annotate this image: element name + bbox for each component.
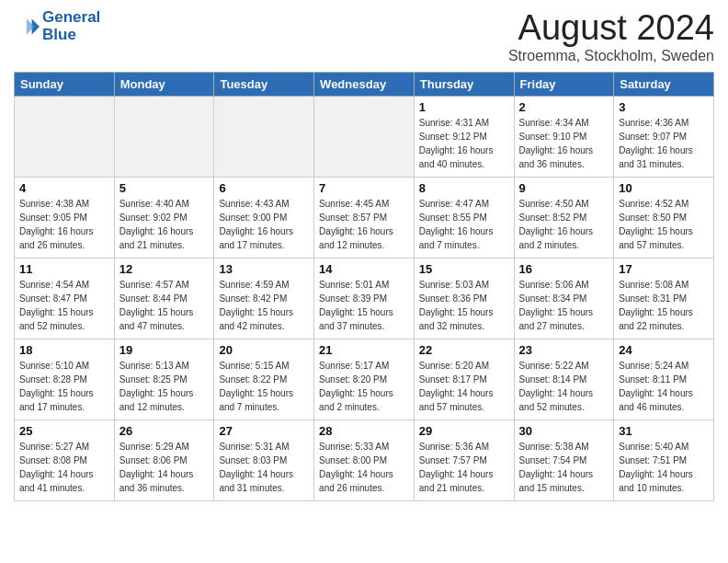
- day-number: 14: [319, 262, 409, 276]
- calendar-day-cell: 11Sunrise: 4:54 AMSunset: 8:47 PMDayligh…: [15, 258, 115, 339]
- day-info: Sunrise: 4:52 AMSunset: 8:50 PMDaylight:…: [619, 197, 709, 252]
- calendar-week-row: 18Sunrise: 5:10 AMSunset: 8:28 PMDayligh…: [15, 339, 714, 419]
- calendar-week-row: 1Sunrise: 4:31 AMSunset: 9:12 PMDaylight…: [15, 96, 714, 177]
- calendar-day-cell: 19Sunrise: 5:13 AMSunset: 8:25 PMDayligh…: [114, 339, 214, 419]
- calendar-day-cell: 2Sunrise: 4:34 AMSunset: 9:10 PMDaylight…: [514, 96, 614, 177]
- subtitle: Stroemma, Stockholm, Sweden: [508, 48, 714, 64]
- day-header-tuesday: Tuesday: [214, 72, 314, 96]
- calendar-day-cell: [314, 96, 415, 177]
- day-info: Sunrise: 4:36 AMSunset: 9:07 PMDaylight:…: [619, 116, 709, 171]
- calendar-day-cell: 12Sunrise: 4:57 AMSunset: 8:44 PMDayligh…: [114, 258, 214, 339]
- day-number: 21: [319, 343, 409, 357]
- day-info: Sunrise: 5:10 AMSunset: 8:28 PMDaylight:…: [19, 359, 109, 414]
- calendar-day-cell: 16Sunrise: 5:06 AMSunset: 8:34 PMDayligh…: [514, 258, 614, 339]
- calendar-day-cell: 4Sunrise: 4:38 AMSunset: 9:05 PMDaylight…: [15, 177, 115, 258]
- calendar-day-cell: 8Sunrise: 4:47 AMSunset: 8:55 PMDaylight…: [414, 177, 514, 258]
- calendar-day-cell: 3Sunrise: 4:36 AMSunset: 9:07 PMDaylight…: [614, 96, 714, 177]
- day-info: Sunrise: 5:08 AMSunset: 8:31 PMDaylight:…: [619, 278, 709, 333]
- calendar-week-row: 11Sunrise: 4:54 AMSunset: 8:47 PMDayligh…: [15, 258, 714, 339]
- logo-text: General Blue: [42, 9, 100, 43]
- day-number: 15: [419, 262, 509, 276]
- day-number: 12: [119, 262, 210, 276]
- calendar-day-cell: 26Sunrise: 5:29 AMSunset: 8:06 PMDayligh…: [114, 419, 214, 500]
- day-info: Sunrise: 5:01 AMSunset: 8:39 PMDaylight:…: [319, 278, 409, 333]
- main-title: August 2024: [508, 9, 714, 48]
- day-info: Sunrise: 5:06 AMSunset: 8:34 PMDaylight:…: [519, 278, 609, 333]
- logo-line2: Blue: [42, 27, 100, 44]
- calendar-day-cell: 22Sunrise: 5:20 AMSunset: 8:17 PMDayligh…: [414, 339, 514, 419]
- day-header-thursday: Thursday: [414, 72, 514, 96]
- day-info: Sunrise: 4:50 AMSunset: 8:52 PMDaylight:…: [519, 197, 609, 252]
- calendar-day-cell: 10Sunrise: 4:52 AMSunset: 8:50 PMDayligh…: [614, 177, 714, 258]
- day-info: Sunrise: 5:24 AMSunset: 8:11 PMDaylight:…: [619, 359, 709, 414]
- day-number: 18: [19, 343, 109, 357]
- day-info: Sunrise: 4:59 AMSunset: 8:42 PMDaylight:…: [219, 278, 309, 333]
- calendar-day-cell: 29Sunrise: 5:36 AMSunset: 7:57 PMDayligh…: [414, 419, 514, 500]
- calendar-day-cell: 17Sunrise: 5:08 AMSunset: 8:31 PMDayligh…: [614, 258, 714, 339]
- day-number: 19: [119, 343, 210, 357]
- calendar-day-cell: 21Sunrise: 5:17 AMSunset: 8:20 PMDayligh…: [314, 339, 415, 419]
- calendar-week-row: 4Sunrise: 4:38 AMSunset: 9:05 PMDaylight…: [15, 177, 714, 258]
- day-info: Sunrise: 4:43 AMSunset: 9:00 PMDaylight:…: [219, 197, 309, 252]
- calendar-day-cell: 7Sunrise: 4:45 AMSunset: 8:57 PMDaylight…: [314, 177, 415, 258]
- day-number: 4: [19, 181, 109, 195]
- day-number: 31: [619, 424, 709, 438]
- calendar-day-cell: 30Sunrise: 5:38 AMSunset: 7:54 PMDayligh…: [514, 419, 614, 500]
- day-info: Sunrise: 4:31 AMSunset: 9:12 PMDaylight:…: [419, 116, 509, 171]
- day-info: Sunrise: 4:54 AMSunset: 8:47 PMDaylight:…: [19, 278, 109, 333]
- day-number: 24: [619, 343, 709, 357]
- calendar-day-cell: 9Sunrise: 4:50 AMSunset: 8:52 PMDaylight…: [514, 177, 614, 258]
- day-info: Sunrise: 4:45 AMSunset: 8:57 PMDaylight:…: [319, 197, 409, 252]
- day-info: Sunrise: 5:36 AMSunset: 7:57 PMDaylight:…: [419, 440, 509, 495]
- day-number: 3: [619, 100, 709, 114]
- calendar-week-row: 25Sunrise: 5:27 AMSunset: 8:08 PMDayligh…: [15, 419, 714, 500]
- day-info: Sunrise: 5:27 AMSunset: 8:08 PMDaylight:…: [19, 440, 109, 495]
- day-info: Sunrise: 5:13 AMSunset: 8:25 PMDaylight:…: [119, 359, 210, 414]
- day-number: 2: [519, 100, 609, 114]
- calendar-day-cell: 15Sunrise: 5:03 AMSunset: 8:36 PMDayligh…: [414, 258, 514, 339]
- day-info: Sunrise: 5:31 AMSunset: 8:03 PMDaylight:…: [219, 440, 309, 495]
- logo-area: General Blue: [14, 9, 100, 43]
- calendar-day-cell: 18Sunrise: 5:10 AMSunset: 8:28 PMDayligh…: [15, 339, 115, 419]
- day-number: 23: [519, 343, 609, 357]
- day-number: 28: [319, 424, 409, 438]
- calendar-day-cell: 1Sunrise: 4:31 AMSunset: 9:12 PMDaylight…: [414, 96, 514, 177]
- day-header-monday: Monday: [114, 72, 214, 96]
- day-number: 7: [319, 181, 409, 195]
- calendar-day-cell: 23Sunrise: 5:22 AMSunset: 8:14 PMDayligh…: [514, 339, 614, 419]
- day-number: 27: [219, 424, 309, 438]
- calendar-day-cell: 27Sunrise: 5:31 AMSunset: 8:03 PMDayligh…: [214, 419, 314, 500]
- calendar-day-cell: [15, 96, 115, 177]
- calendar-day-cell: 14Sunrise: 5:01 AMSunset: 8:39 PMDayligh…: [314, 258, 415, 339]
- day-number: 26: [119, 424, 210, 438]
- day-info: Sunrise: 5:38 AMSunset: 7:54 PMDaylight:…: [519, 440, 609, 495]
- calendar-day-cell: [114, 96, 214, 177]
- day-number: 16: [519, 262, 609, 276]
- calendar-day-cell: 24Sunrise: 5:24 AMSunset: 8:11 PMDayligh…: [614, 339, 714, 419]
- calendar-day-cell: 13Sunrise: 4:59 AMSunset: 8:42 PMDayligh…: [214, 258, 314, 339]
- day-info: Sunrise: 5:15 AMSunset: 8:22 PMDaylight:…: [219, 359, 309, 414]
- day-number: 17: [619, 262, 709, 276]
- day-number: 10: [619, 181, 709, 195]
- calendar-header-row: SundayMondayTuesdayWednesdayThursdayFrid…: [15, 72, 714, 96]
- day-info: Sunrise: 4:38 AMSunset: 9:05 PMDaylight:…: [19, 197, 109, 252]
- day-header-saturday: Saturday: [614, 72, 714, 96]
- day-info: Sunrise: 5:22 AMSunset: 8:14 PMDaylight:…: [519, 359, 609, 414]
- logo-icon: [14, 14, 40, 40]
- title-area: August 2024 Stroemma, Stockholm, Sweden: [508, 9, 714, 64]
- day-number: 30: [519, 424, 609, 438]
- day-info: Sunrise: 5:20 AMSunset: 8:17 PMDaylight:…: [419, 359, 509, 414]
- day-info: Sunrise: 5:17 AMSunset: 8:20 PMDaylight:…: [319, 359, 409, 414]
- day-info: Sunrise: 5:03 AMSunset: 8:36 PMDaylight:…: [419, 278, 509, 333]
- day-number: 13: [219, 262, 309, 276]
- page: General Blue August 2024 Stroemma, Stock…: [0, 0, 728, 515]
- calendar-day-cell: 5Sunrise: 4:40 AMSunset: 9:02 PMDaylight…: [114, 177, 214, 258]
- day-info: Sunrise: 4:47 AMSunset: 8:55 PMDaylight:…: [419, 197, 509, 252]
- day-info: Sunrise: 5:40 AMSunset: 7:51 PMDaylight:…: [619, 440, 709, 495]
- day-number: 8: [419, 181, 509, 195]
- day-header-friday: Friday: [514, 72, 614, 96]
- day-number: 5: [119, 181, 210, 195]
- day-number: 9: [519, 181, 609, 195]
- day-info: Sunrise: 5:33 AMSunset: 8:00 PMDaylight:…: [319, 440, 409, 495]
- calendar-day-cell: 28Sunrise: 5:33 AMSunset: 8:00 PMDayligh…: [314, 419, 415, 500]
